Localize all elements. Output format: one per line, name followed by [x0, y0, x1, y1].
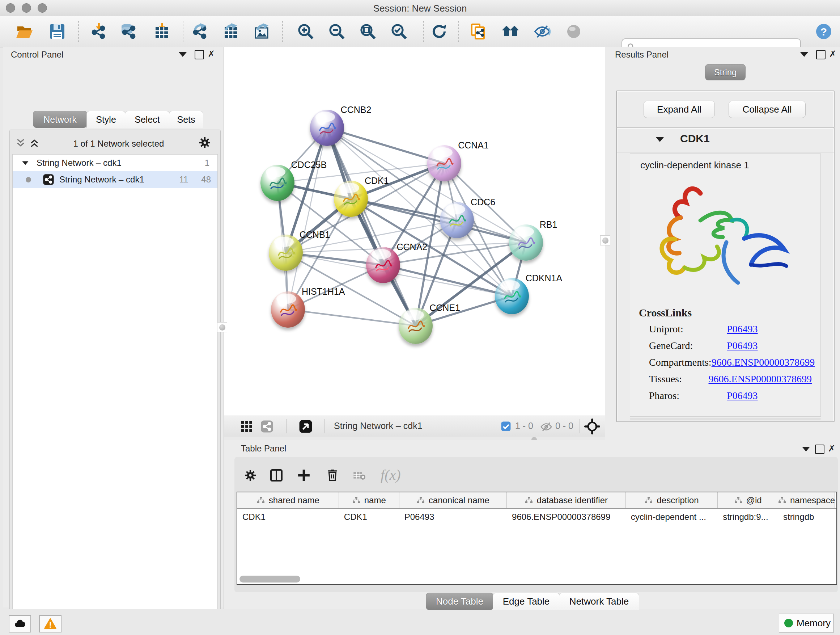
column-header-description[interactable]: description — [626, 492, 718, 508]
clone-network-button[interactable] — [468, 21, 488, 42]
table-cell[interactable]: CDK1 — [237, 509, 339, 525]
tab-network[interactable]: Network — [33, 111, 87, 128]
protein-thumbnail-icon — [316, 118, 338, 139]
protein-description: cyclin-dependent kinase 1 — [640, 160, 749, 171]
node-CDC6[interactable] — [440, 202, 474, 238]
open-session-button[interactable] — [14, 21, 35, 42]
table-panel-maximize-button[interactable] — [815, 445, 824, 454]
zoom-fit-button[interactable] — [358, 21, 378, 42]
export-network-button[interactable] — [189, 21, 210, 42]
warning-status-button[interactable] — [39, 615, 62, 632]
table-h-scrollbar[interactable] — [240, 576, 300, 583]
results-panel-float-button[interactable] — [800, 52, 808, 57]
right-splitter-handle[interactable] — [600, 235, 610, 245]
expand-all-button[interactable]: Expand All — [644, 101, 715, 118]
zoom-out-button[interactable] — [327, 21, 347, 42]
collapse-all-button[interactable]: Collapse All — [729, 101, 806, 118]
table-cell[interactable]: stringdb:9... — [718, 509, 778, 525]
birds-eye-view-icon[interactable] — [299, 420, 313, 433]
tab-style[interactable]: Style — [87, 111, 126, 128]
node-CDC25B[interactable] — [261, 165, 294, 201]
zoom-in-button[interactable] — [295, 21, 316, 42]
memory-button[interactable]: Memory — [779, 614, 834, 632]
node-CDK1[interactable] — [334, 181, 368, 217]
control-panel-close-button[interactable]: ✗ — [208, 49, 215, 59]
results-panel-maximize-button[interactable] — [816, 50, 826, 59]
memory-label: Memory — [797, 618, 831, 629]
node-RB1[interactable] — [509, 225, 543, 261]
tab-network-table[interactable]: Network Table — [559, 593, 639, 610]
column-header-namespace[interactable]: namespace — [778, 492, 835, 508]
show-all-nodes-button[interactable] — [500, 21, 521, 42]
string-view-icon[interactable] — [261, 420, 273, 433]
crosslink-link[interactable]: P06493 — [727, 340, 758, 352]
network-collection-row[interactable]: String Network – cdk1 1 — [13, 155, 218, 171]
column-header-shared-name[interactable]: shared name — [237, 492, 339, 508]
save-session-button[interactable] — [47, 21, 67, 42]
zoom-selected-button[interactable] — [389, 21, 409, 42]
left-splitter-handle[interactable] — [217, 322, 227, 333]
add-column-icon[interactable] — [297, 468, 311, 483]
node-label-CCNB1: CCNB1 — [300, 230, 330, 240]
preview-disabled-button[interactable] — [564, 21, 584, 42]
help-button[interactable]: ? — [813, 21, 834, 42]
node-CDKN1A[interactable] — [495, 278, 529, 314]
expand-all-chevron-icon[interactable] — [29, 138, 40, 149]
table-cell[interactable]: CDK1 — [339, 509, 399, 525]
delete-column-trash-icon[interactable] — [325, 468, 339, 482]
fit-selected-crosshair-icon[interactable] — [584, 418, 600, 434]
attribute-type-icon — [416, 496, 425, 505]
collapse-all-chevron-icon[interactable] — [15, 138, 26, 149]
protein-collapse-icon[interactable] — [656, 137, 664, 142]
crosslink-label: Tissues: — [649, 373, 709, 385]
table-cell[interactable]: P06493 — [399, 509, 507, 525]
crosslink-link[interactable]: P06493 — [727, 323, 758, 335]
refresh-layout-button[interactable] — [429, 21, 449, 42]
table-panel-close-button[interactable]: ✗ — [828, 443, 835, 454]
show-columns-icon[interactable] — [269, 468, 284, 483]
grid-view-icon[interactable] — [240, 420, 253, 433]
import-table-button[interactable] — [151, 21, 172, 42]
selected-checkbox-icon[interactable] — [500, 421, 512, 432]
import-network-file-button[interactable] — [88, 21, 108, 42]
control-panel-maximize-button[interactable] — [195, 50, 204, 59]
table-cell[interactable]: cyclin-dependent ... — [626, 509, 718, 525]
table-cell[interactable]: 9606.ENSP00000378699 — [507, 509, 626, 525]
network-canvas[interactable]: CCNB2 CCNA1 CDC25B CDK1 CDC6 RB1 — [224, 47, 606, 416]
results-scrollbar[interactable] — [630, 418, 821, 420]
column-header--id[interactable]: @id — [718, 492, 778, 508]
column-header-database-identifier[interactable]: database identifier — [507, 492, 626, 508]
network-options-gear-icon[interactable] — [198, 136, 211, 149]
tab-select[interactable]: Select — [125, 111, 170, 128]
export-image-button[interactable] — [252, 21, 272, 42]
control-panel-float-button[interactable] — [179, 52, 187, 57]
crosslink-link[interactable]: P06493 — [727, 390, 758, 402]
string-app-icon — [43, 174, 54, 185]
table-panel-float-button[interactable] — [802, 447, 810, 451]
node-CCNB1[interactable] — [269, 234, 303, 271]
node-HIST1H1A[interactable] — [271, 291, 305, 328]
node-CCNE1[interactable] — [399, 308, 433, 344]
network-row-selected[interactable]: String Network – cdk1 11 48 — [13, 171, 218, 188]
node-CCNA1[interactable] — [427, 145, 461, 181]
tab-node-table[interactable]: Node Table — [426, 593, 493, 610]
tab-edge-table[interactable]: Edge Table — [493, 593, 560, 610]
tab-sets[interactable]: Sets — [169, 111, 203, 128]
hide-selected-button[interactable] — [532, 21, 553, 42]
node-CCNB2[interactable] — [310, 110, 344, 146]
table-row[interactable]: CDK1CDK1P064939606.ENSP00000378699cyclin… — [237, 509, 836, 525]
node-CCNA2[interactable] — [366, 247, 400, 283]
table-cell[interactable]: stringdb — [778, 509, 835, 525]
import-network-database-button[interactable] — [118, 21, 139, 42]
column-header-name[interactable]: name — [339, 492, 399, 508]
results-panel-close-button[interactable]: ✗ — [829, 49, 836, 59]
table-body: CDK1CDK1P064939606.ENSP00000378699cyclin… — [237, 509, 836, 525]
crosslink-link[interactable]: 9606.ENSP00000378699 — [712, 356, 815, 368]
collection-expander-icon[interactable] — [22, 161, 28, 165]
export-table-button[interactable] — [220, 21, 240, 42]
column-header-canonical-name[interactable]: canonical name — [399, 492, 507, 508]
tab-string[interactable]: String — [705, 64, 745, 80]
cloud-status-button[interactable] — [9, 615, 31, 632]
table-options-gear-icon[interactable] — [244, 469, 257, 482]
crosslink-link[interactable]: 9606.ENSP00000378699 — [709, 373, 812, 385]
